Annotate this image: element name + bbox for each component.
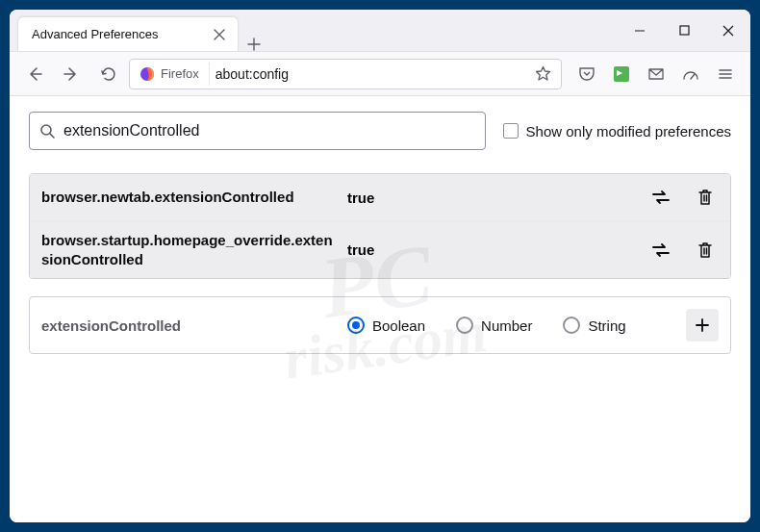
trash-icon	[697, 241, 713, 259]
svg-rect-0	[680, 26, 689, 35]
url-input[interactable]	[215, 66, 524, 82]
toggle-button[interactable]	[647, 237, 674, 264]
hamburger-icon	[717, 65, 734, 83]
radio-icon	[563, 317, 580, 334]
pref-name: browser.newtab.extensionControlled	[41, 188, 340, 207]
radio-label: Boolean	[372, 317, 425, 334]
radio-boolean[interactable]: Boolean	[347, 317, 425, 334]
star-icon	[535, 65, 551, 82]
identity-box[interactable]: Firefox	[136, 63, 210, 86]
radio-label: String	[588, 317, 625, 334]
url-bar[interactable]: Firefox	[129, 59, 562, 89]
container-icon	[614, 66, 629, 82]
close-window-button[interactable]	[706, 10, 750, 52]
firefox-icon	[139, 66, 155, 82]
window-controls	[618, 10, 750, 51]
config-search-input[interactable]	[63, 122, 475, 139]
inbox-button[interactable]	[641, 59, 671, 89]
pref-row[interactable]: browser.startup.homepage_override.extens…	[30, 221, 730, 278]
reload-button[interactable]	[92, 59, 123, 89]
close-icon	[722, 25, 734, 37]
minimize-icon	[634, 25, 646, 37]
toggle-icon	[651, 242, 671, 258]
reload-icon	[100, 65, 116, 82]
identity-label: Firefox	[161, 66, 199, 81]
reset-button[interactable]	[692, 237, 719, 264]
browser-window: Advanced Preferences	[10, 10, 750, 522]
arrow-left-icon	[26, 65, 43, 83]
inbox-icon	[647, 65, 665, 83]
dashboard-icon	[682, 65, 699, 83]
radio-icon	[456, 317, 473, 334]
nav-toolbar: Firefox	[10, 52, 750, 96]
add-pref-button[interactable]	[686, 309, 719, 342]
pref-actions	[647, 237, 719, 264]
prefs-table: browser.newtab.extensionControlled true …	[29, 173, 731, 279]
checkbox-label: Show only modified preferences	[526, 123, 731, 139]
radio-string[interactable]: String	[563, 317, 625, 334]
add-pref-name: extensionControlled	[41, 317, 340, 334]
arrow-right-icon	[63, 65, 80, 83]
back-button[interactable]	[19, 59, 50, 89]
type-radio-group: Boolean Number String	[340, 317, 686, 334]
add-pref-row: extensionControlled Boolean Number Strin…	[29, 296, 731, 354]
about-config-content: Show only modified preferences browser.n…	[10, 96, 750, 522]
pref-value: true	[340, 241, 647, 258]
pref-name: browser.startup.homepage_override.extens…	[41, 231, 340, 268]
forward-button[interactable]	[56, 59, 87, 89]
toggle-icon	[651, 190, 671, 205]
show-modified-checkbox[interactable]: Show only modified preferences	[503, 123, 731, 139]
pref-row[interactable]: browser.newtab.extensionControlled true	[30, 174, 730, 221]
toolbar-actions	[571, 59, 741, 89]
maximize-button[interactable]	[662, 10, 706, 52]
search-row: Show only modified preferences	[29, 112, 731, 150]
search-icon	[39, 123, 56, 139]
container-button[interactable]	[606, 59, 637, 89]
bookmark-star-button[interactable]	[530, 62, 555, 87]
config-search-box[interactable]	[29, 112, 486, 150]
title-bar: Advanced Preferences	[10, 10, 750, 52]
checkbox-icon	[503, 123, 519, 139]
close-tab-button[interactable]	[211, 26, 228, 43]
pref-value: true	[340, 190, 647, 206]
minimize-button[interactable]	[618, 10, 662, 52]
maximize-icon	[679, 25, 690, 36]
radio-label: Number	[481, 317, 532, 334]
tab-title: Advanced Preferences	[32, 27, 211, 41]
plus-icon	[247, 38, 261, 51]
new-tab-button[interactable]	[239, 38, 269, 51]
pref-actions	[647, 184, 719, 211]
plus-icon	[695, 317, 710, 333]
reset-button[interactable]	[692, 184, 719, 211]
protections-button[interactable]	[675, 59, 706, 89]
app-menu-button[interactable]	[710, 59, 741, 89]
trash-icon	[697, 189, 713, 206]
tab-strip: Advanced Preferences	[10, 10, 269, 51]
close-icon	[214, 29, 225, 40]
radio-number[interactable]: Number	[456, 317, 532, 334]
toggle-button[interactable]	[647, 184, 674, 211]
pocket-button[interactable]	[571, 59, 602, 89]
tab-advanced-preferences[interactable]: Advanced Preferences	[17, 16, 239, 51]
radio-icon	[347, 317, 365, 334]
pocket-icon	[578, 65, 595, 83]
